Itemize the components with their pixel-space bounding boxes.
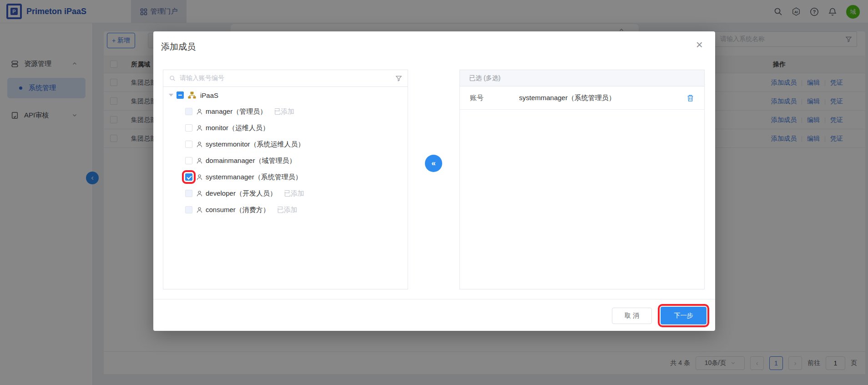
tree-item[interactable]: systemmanager（系统管理员） (163, 169, 408, 185)
tree-item-label: monitor（运维人员） (206, 124, 269, 132)
account-tree: iPaaS manager（管理员） 已添加 monitor（运维人员） sys… (163, 87, 408, 289)
tree-item-checkbox[interactable] (185, 124, 192, 132)
tree-item[interactable]: manager（管理员） 已添加 (163, 103, 408, 120)
organization-icon (188, 91, 196, 99)
add-member-dialog: 添加成员 × 请输入账号编号 iPaaS (153, 31, 715, 331)
user-icon (196, 174, 203, 181)
filter-funnel-icon[interactable] (395, 75, 402, 82)
tree-item-checkbox[interactable] (185, 108, 192, 115)
user-icon (196, 190, 203, 197)
selected-row-label: 账号 (470, 94, 519, 102)
search-icon (169, 75, 176, 81)
tree-item[interactable]: consumer（消费方） 已添加 (163, 202, 408, 218)
added-badge: 已添加 (284, 189, 304, 198)
tree-item-label: systemmanager（系统管理员） (206, 173, 302, 182)
tree-root-label: iPaaS (200, 91, 218, 99)
tree-item-checkbox[interactable] (185, 190, 192, 197)
next-step-button[interactable]: 下一步 (661, 307, 707, 324)
selected-header-label: 已选 (多选) (469, 74, 500, 82)
selected-panel: 已选 (多选) 账号 systemmanager（系统管理员） (459, 70, 705, 289)
user-icon (196, 125, 203, 132)
tree-item[interactable]: domainmanager（域管理员） (163, 152, 408, 169)
tree-item-checkbox[interactable] (185, 173, 192, 181)
tree-item[interactable]: systemmonitor（系统运维人员） (163, 136, 408, 152)
tree-item-label: manager（管理员） (206, 107, 267, 116)
expand-caret-icon[interactable] (169, 94, 173, 96)
tree-item-label: developer（开发人员） (206, 189, 277, 198)
dialog-title: 添加成员 (161, 41, 196, 53)
user-icon (196, 141, 203, 148)
root-checkbox[interactable] (177, 91, 184, 99)
selected-panel-header: 已选 (多选) (460, 70, 704, 86)
tree-item[interactable]: developer（开发人员） 已添加 (163, 185, 408, 202)
cancel-button[interactable]: 取 消 (612, 308, 652, 324)
tree-root-node[interactable]: iPaaS (163, 87, 408, 103)
tree-item-checkbox[interactable] (185, 157, 192, 164)
added-badge: 已添加 (274, 107, 294, 116)
close-icon[interactable]: × (696, 39, 703, 51)
account-search-placeholder: 请输入账号编号 (180, 74, 395, 82)
added-badge: 已添加 (277, 206, 298, 214)
user-icon (196, 108, 203, 115)
user-icon (196, 207, 203, 213)
selected-row-value: systemmanager（系统管理员） (519, 94, 686, 102)
selected-row: 账号 systemmanager（系统管理员） (460, 86, 704, 110)
transfer-left-button[interactable]: « (425, 155, 442, 172)
app-root: P Primeton iPaaS 管理门户 AI ? 域 (0, 0, 868, 385)
tree-item-label: consumer（消费方） (206, 206, 270, 214)
tree-item[interactable]: monitor（运维人员） (163, 120, 408, 136)
delete-trash-icon[interactable] (686, 94, 694, 102)
account-search-input[interactable]: 请输入账号编号 (163, 70, 408, 87)
tree-item-checkbox[interactable] (185, 206, 192, 213)
tree-item-label: systemmonitor（系统运维人员） (206, 140, 305, 149)
footer-divider (153, 299, 715, 299)
account-tree-panel: 请输入账号编号 iPaaS manager（管理员） 已添加 (163, 70, 408, 289)
tree-item-checkbox[interactable] (185, 141, 192, 148)
user-icon (196, 157, 203, 164)
tree-item-label: domainmanager（域管理员） (206, 157, 296, 165)
